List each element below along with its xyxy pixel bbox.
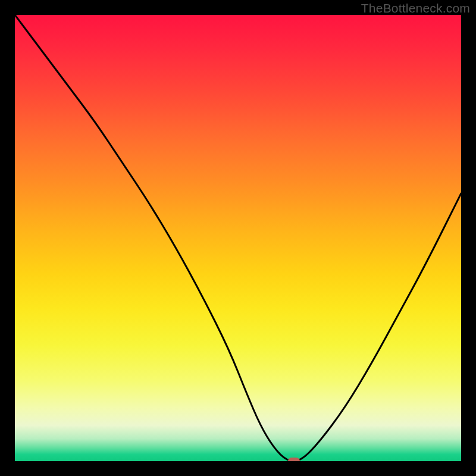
curve-svg — [15, 15, 461, 461]
curve-path — [15, 15, 461, 461]
plot-area — [15, 15, 461, 461]
watermark-text: TheBottleneck.com — [361, 1, 470, 15]
optimum-marker-icon — [288, 458, 300, 461]
chart-frame: TheBottleneck.com — [0, 0, 476, 476]
